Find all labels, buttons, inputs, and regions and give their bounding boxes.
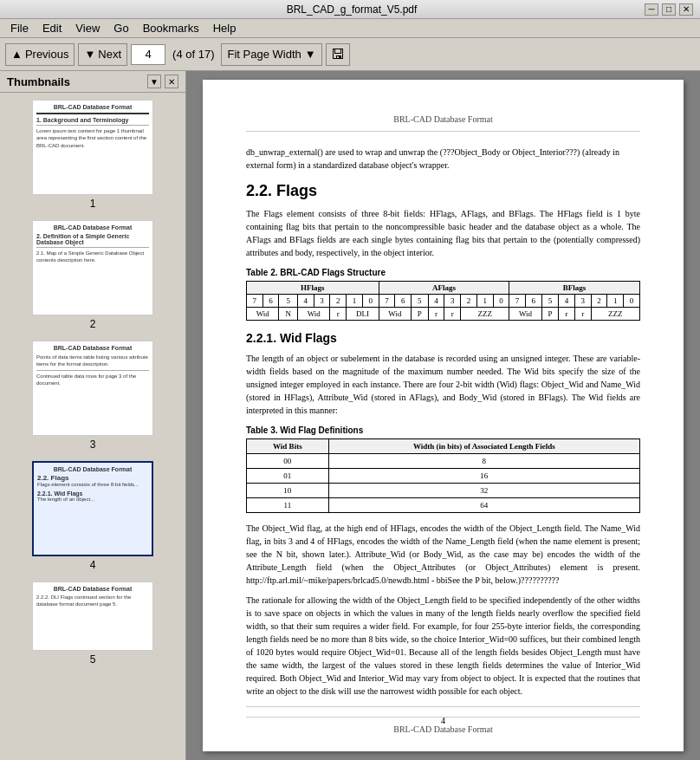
section-221-para2: The Object_Wid flag, at the high end of … (246, 522, 640, 587)
wid-table-row: 008 (247, 454, 640, 469)
menu-bookmarks[interactable]: Bookmarks (136, 20, 206, 36)
dropdown-arrow-icon: ▼ (305, 48, 316, 61)
thumb-label-5: 5 (90, 653, 96, 666)
table3-caption: Table 3. Wid Flag Definitions (246, 425, 640, 435)
close-button[interactable]: ✕ (679, 3, 693, 16)
wid-table-row: 1032 (247, 484, 640, 498)
wid-col1-header: Wid Bits (247, 439, 329, 454)
menu-help[interactable]: Help (206, 20, 243, 36)
flags-table: HFlags AFlags BFlags 76543210 76543210 7… (246, 281, 640, 321)
window-title: BRL_CAD_g_format_V5.pdf (59, 3, 645, 16)
menu-file[interactable]: File (3, 20, 36, 36)
thumb-label-1: 1 (90, 198, 96, 210)
next-arrow-icon: ▼ (84, 48, 95, 61)
prev-button[interactable]: ▲ Previous (5, 43, 75, 66)
wid-col2-header: Width (in bits) of Associated Length Fie… (328, 439, 639, 454)
menu-bar: File Edit View Go Bookmarks Help (0, 19, 700, 38)
sidebar-close-button[interactable]: ✕ (165, 75, 178, 88)
save-icon: 🖫 (331, 47, 345, 62)
thumbnail-page-1[interactable]: BRL-CAD Database Format 1. Background an… (7, 100, 178, 210)
page-divider (246, 706, 640, 707)
thumbnail-page-5[interactable]: BRL-CAD Database Format 2.2.2. DLI Flags… (7, 581, 178, 666)
page-input[interactable] (131, 44, 165, 65)
menu-edit[interactable]: Edit (36, 20, 68, 36)
thumbnail-page-4[interactable]: BRL-CAD Database Format 2.2. Flags Flags… (7, 461, 178, 571)
next-button[interactable]: ▼ Next (78, 43, 127, 66)
sidebar-content: BRL-CAD Database Format 1. Background an… (0, 93, 185, 760)
section-221-para3: The rationale for allowing the width of … (246, 594, 640, 698)
pdf-page-header: BRL-CAD Database Format (246, 114, 640, 132)
wid-table-row: 0116 (247, 469, 640, 484)
page-count: (4 of 17) (169, 48, 217, 61)
fit-label: Fit Page Width (227, 48, 301, 61)
bflags-header: BFlags (509, 282, 640, 295)
pdf-intro-text: db_unwrap_external() are used to wrap an… (246, 146, 640, 172)
pdf-area[interactable]: BRL-CAD Database Format db_unwrap_extern… (186, 71, 700, 760)
section-221-para1: The length of an object or subelement in… (246, 352, 640, 417)
thumb-label-3: 3 (90, 438, 96, 451)
maximize-button[interactable]: □ (662, 3, 676, 16)
save-button[interactable]: 🖫 (326, 43, 350, 66)
section-22-title: 2.2. Flags (246, 182, 640, 200)
sidebar-header: Thumbnails ▼ ✕ (0, 71, 185, 93)
sidebar-menu-button[interactable]: ▼ (147, 75, 161, 88)
aflags-header: AFlags (379, 282, 509, 295)
thumbnail-page-3[interactable]: BRL-CAD Database Format Points of data i… (7, 341, 178, 451)
prev-label: Previous (25, 48, 69, 61)
pdf-page: BRL-CAD Database Format db_unwrap_extern… (203, 80, 684, 751)
menu-view[interactable]: View (68, 20, 107, 36)
thumb-label-2: 2 (90, 318, 96, 330)
title-bar: BRL_CAD_g_format_V5.pdf ─ □ ✕ (0, 0, 700, 19)
pdf-page-footer: BRL-CAD Database Format (246, 717, 640, 734)
thumb-label-4: 4 (90, 559, 96, 571)
minimize-button[interactable]: ─ (645, 3, 658, 16)
thumbnail-page-2[interactable]: BRL-CAD Database Format 2. Definition of… (7, 220, 178, 330)
wid-table-row: 1164 (247, 498, 640, 513)
main-area: Thumbnails ▼ ✕ BRL-CAD Database Format 1… (0, 71, 700, 760)
section-221-title: 2.2.1. Wid Flags (246, 331, 640, 345)
sidebar: Thumbnails ▼ ✕ BRL-CAD Database Format 1… (0, 71, 186, 760)
hflags-header: HFlags (247, 282, 379, 295)
fit-dropdown[interactable]: Fit Page Width ▼ (221, 43, 321, 66)
next-label: Next (98, 48, 121, 61)
sidebar-title: Thumbnails (7, 75, 70, 88)
toolbar: ▲ Previous ▼ Next (4 of 17) Fit Page Wid… (0, 38, 700, 71)
menu-go[interactable]: Go (107, 20, 135, 36)
table2-caption: Table 2. BRL-CAD Flags Structure (246, 268, 640, 277)
prev-arrow-icon: ▲ (11, 48, 23, 61)
wid-table: Wid Bits Width (in bits) of Associated L… (246, 438, 640, 513)
section-22-para: The Flags element consists of three 8-bi… (246, 207, 640, 259)
